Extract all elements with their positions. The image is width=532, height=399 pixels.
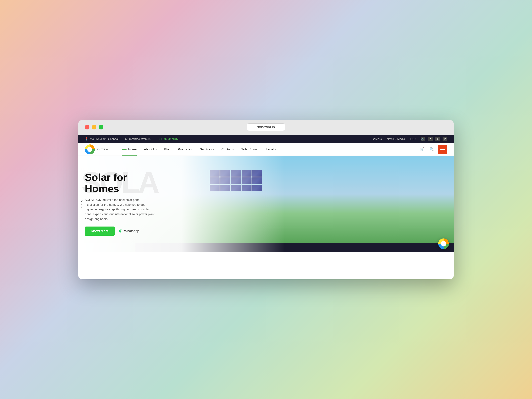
nav-item-about[interactable]: About Us [140, 143, 161, 156]
facebook-social-icon[interactable]: f [428, 137, 433, 141]
hamburger-line-1 [440, 148, 445, 148]
nav-services-label: Services [200, 148, 212, 151]
nav-legal-label: Legal [266, 148, 274, 151]
hero-title-line2: Homes [85, 183, 119, 194]
instagram-social-icon[interactable]: ◎ [443, 137, 447, 141]
browser-window: solstrom.in 📍 Moulivakkam, Chennai ✉ ram… [78, 120, 454, 279]
floating-logo-inner [441, 241, 446, 246]
topbar-email[interactable]: ✉ ram@solstrom.in [125, 137, 151, 141]
slide-dot-2[interactable] [81, 204, 82, 205]
floating-logo [438, 238, 449, 249]
hamburger-button[interactable] [438, 145, 447, 154]
logo-circle [85, 144, 95, 154]
nav-item-contacts[interactable]: Contacts [218, 143, 238, 156]
linkedin-social-icon[interactable]: in [435, 137, 440, 141]
location-icon: 📍 [85, 137, 88, 141]
close-button[interactable] [85, 125, 89, 130]
slide-dot-1[interactable] [81, 200, 82, 202]
hero-description: SOLSTROM deliver's the best solar panel … [85, 198, 155, 222]
logo[interactable]: SOLSTROM [85, 144, 108, 154]
email-icon: ✉ [125, 137, 127, 141]
hamburger-icon [440, 148, 445, 151]
products-chevron-icon: ▾ [191, 148, 192, 151]
hero-title: Solar for Homes [85, 172, 155, 194]
nav-solar-squad-label: Solar Squad [241, 148, 259, 151]
nav-blog-label: Blog [164, 148, 171, 151]
services-chevron-icon: ▾ [213, 148, 214, 151]
nav-item-solar-squad[interactable]: Solar Squad [238, 143, 262, 156]
nav-products-label: Products [178, 148, 190, 151]
maximize-button[interactable] [99, 125, 103, 130]
logo-text: SOLSTROM [96, 148, 108, 151]
topbar: 📍 Moulivakkam, Chennai ✉ ram@solstrom.in… [78, 135, 454, 143]
hero-title-line1: Solar for [85, 172, 127, 183]
cart-button[interactable]: 🛒 [418, 146, 425, 153]
careers-link[interactable]: Careers [372, 137, 382, 141]
nav-item-blog[interactable]: Blog [161, 143, 174, 156]
nav-home-label: Home [128, 148, 137, 151]
minimize-button[interactable] [92, 125, 96, 130]
nav-menu: Home About Us Blog Products ▾ Services ▾ [119, 143, 418, 156]
logo-inner [87, 147, 92, 152]
website-container: 📍 Moulivakkam, Chennai ✉ ram@solstrom.in… [78, 135, 454, 279]
whatsapp-social-icon[interactable]: 🔗 [421, 137, 425, 141]
hero-content: Solar for Homes SOLSTROM deliver's the b… [85, 172, 155, 236]
know-more-button[interactable]: Know More [85, 226, 115, 236]
traffic-lights [85, 125, 103, 130]
slide-dots [81, 200, 82, 208]
whatsapp-button[interactable]: ☯ Whatsapp [119, 229, 139, 234]
whatsapp-icon: ☯ [119, 229, 122, 234]
social-icons: 🔗 f in ◎ [421, 137, 447, 141]
news-media-link[interactable]: News & Media [387, 137, 405, 141]
hero-section: SOLA [78, 156, 454, 252]
nav-item-products[interactable]: Products ▾ [174, 143, 196, 156]
slide-dot-3[interactable] [81, 206, 82, 208]
home-line-icon [122, 149, 127, 150]
email-text: ram@solstrom.in [129, 137, 151, 141]
hero-buttons: Know More ☯ Whatsapp [85, 226, 155, 236]
nav-actions: 🛒 🔍 [418, 145, 447, 154]
topbar-left: 📍 Moulivakkam, Chennai ✉ ram@solstrom.in… [85, 137, 179, 141]
search-button[interactable]: 🔍 [428, 146, 435, 153]
nav-contacts-label: Contacts [222, 148, 234, 151]
hamburger-line-2 [440, 149, 445, 150]
nav-item-home[interactable]: Home [119, 143, 140, 156]
topbar-location: 📍 Moulivakkam, Chennai [85, 137, 119, 141]
nav-about-label: About Us [144, 148, 157, 151]
hamburger-line-3 [440, 151, 445, 151]
nav-item-legal[interactable]: Legal ▾ [262, 143, 279, 156]
topbar-right: Careers News & Media FAQ 🔗 f in ◎ [372, 137, 447, 141]
whatsapp-label: Whatsapp [124, 229, 139, 233]
topbar-phone[interactable]: +91 89399 78450 [157, 137, 179, 141]
nav-item-services[interactable]: Services ▾ [196, 143, 218, 156]
faq-link[interactable]: FAQ [410, 137, 416, 141]
legal-chevron-icon: ▾ [275, 148, 276, 151]
browser-chrome: solstrom.in [78, 120, 454, 135]
location-text: Moulivakkam, Chennai [90, 137, 119, 141]
navbar: SOLSTROM Home About Us Blog Products ▾ [78, 143, 454, 156]
url-bar[interactable]: solstrom.in [247, 124, 285, 131]
